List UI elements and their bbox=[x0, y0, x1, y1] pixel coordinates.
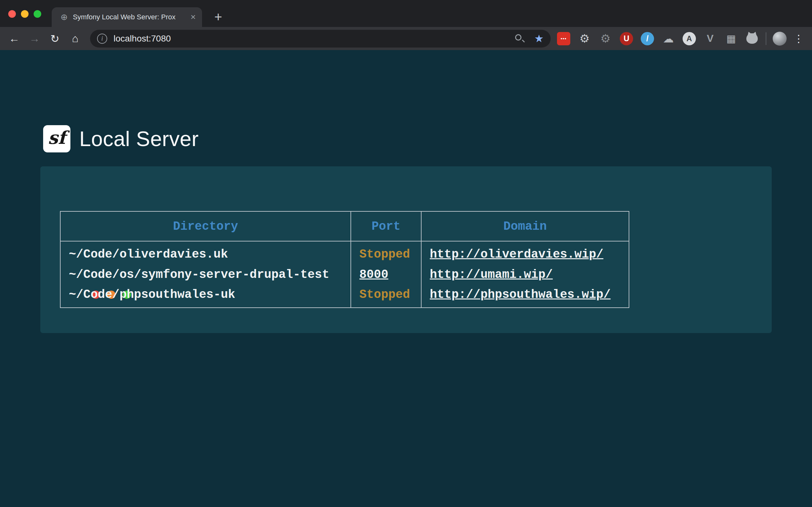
tab-strip: ⊕ Symfony Local Web Server: Prox × + bbox=[0, 0, 812, 27]
port-link[interactable]: 8000 bbox=[359, 268, 388, 281]
extension-cog-icon[interactable]: ⚙ bbox=[599, 32, 612, 45]
extension-cloud-icon[interactable]: ☁ bbox=[662, 32, 675, 45]
minimize-window-button[interactable] bbox=[21, 10, 29, 18]
home-button[interactable]: ⌂ bbox=[67, 31, 83, 47]
reload-button[interactable]: ↻ bbox=[47, 31, 63, 47]
forward-button[interactable]: → bbox=[27, 31, 43, 47]
table-row: ~/Code/oliverdavies.uk Stopped http://ol… bbox=[60, 241, 629, 263]
directory-cell: ~/Code/os/symfony-server-drupal-test bbox=[60, 263, 351, 285]
zoom-icon[interactable] bbox=[514, 33, 526, 44]
column-header-domain: Domain bbox=[421, 211, 629, 241]
extension-gear-icon[interactable]: ⚙ bbox=[578, 32, 591, 45]
extension-github-icon[interactable] bbox=[745, 32, 759, 45]
fullscreen-window-button[interactable] bbox=[34, 10, 41, 18]
page-content: sf Local Server Directory Port Domain bbox=[0, 50, 812, 507]
extensions-bar: ••• ⚙ ⚙ U / ☁ A V ▦ bbox=[557, 32, 759, 45]
domain-link[interactable]: http://oliverdavies.wip/ bbox=[430, 247, 603, 261]
directory-cell: ~/Code/oliverdavies.uk bbox=[60, 241, 351, 263]
close-window-button[interactable] bbox=[8, 10, 16, 18]
table-row: ~/Code/os/symfony-server-drupal-test 800… bbox=[60, 263, 629, 285]
tab-title: Symfony Local Web Server: Prox bbox=[73, 13, 188, 21]
window-controls bbox=[8, 10, 41, 18]
bookmark-star-icon[interactable]: ★ bbox=[534, 33, 544, 44]
extension-blue-circle-icon[interactable]: / bbox=[641, 32, 654, 45]
site-info-icon[interactable]: i bbox=[97, 34, 107, 44]
tab-close-icon[interactable]: × bbox=[191, 13, 196, 21]
table-row: ~/Code/phpsouthwales-uk Stopped http://p… bbox=[60, 285, 629, 308]
profile-avatar[interactable] bbox=[773, 32, 786, 46]
extension-a-icon[interactable]: A bbox=[682, 32, 696, 45]
extension-dots-icon[interactable]: ••• bbox=[557, 32, 570, 45]
browser-tab[interactable]: ⊕ Symfony Local Web Server: Prox × bbox=[52, 7, 202, 27]
browser-menu-icon[interactable]: ⋮ bbox=[794, 33, 804, 45]
server-panel: Directory Port Domain ~/Code/oliverdavie… bbox=[40, 166, 772, 333]
tab-favicon-globe-icon: ⊕ bbox=[61, 13, 68, 21]
extension-vimium-icon[interactable]: V bbox=[704, 32, 717, 45]
url-text: localhost:7080 bbox=[113, 34, 171, 44]
port-status: Stopped bbox=[359, 288, 410, 301]
page-title: Local Server bbox=[79, 127, 199, 151]
extension-ublock-icon[interactable]: U bbox=[620, 32, 633, 45]
symfony-logo: sf bbox=[43, 125, 70, 153]
domain-link[interactable]: http://umami.wip/ bbox=[430, 268, 553, 281]
github-octocat-icon bbox=[746, 33, 758, 44]
column-header-directory: Directory bbox=[60, 211, 351, 241]
browser-chrome: ⊕ Symfony Local Web Server: Prox × + ← →… bbox=[0, 0, 812, 50]
domain-link[interactable]: http://phpsouthwales.wip/ bbox=[430, 288, 611, 301]
servers-table: Directory Port Domain ~/Code/oliverdavie… bbox=[60, 211, 629, 308]
extension-grid-icon[interactable]: ▦ bbox=[724, 32, 738, 45]
directory-cell: ~/Code/phpsouthwales-uk bbox=[60, 285, 351, 308]
address-bar[interactable]: i localhost:7080 ★ bbox=[90, 30, 551, 48]
brand-header: sf Local Server bbox=[43, 125, 199, 153]
new-tab-button[interactable]: + bbox=[209, 8, 227, 26]
browser-toolbar: ← → ↻ ⌂ i localhost:7080 ★ ••• ⚙ ⚙ U / ☁… bbox=[0, 27, 812, 50]
table-header-row: Directory Port Domain bbox=[60, 211, 629, 241]
back-button[interactable]: ← bbox=[6, 31, 22, 47]
symfony-logo-text: sf bbox=[48, 129, 66, 149]
column-header-port: Port bbox=[351, 211, 421, 241]
port-status: Stopped bbox=[359, 247, 410, 261]
toolbar-divider bbox=[766, 32, 766, 45]
